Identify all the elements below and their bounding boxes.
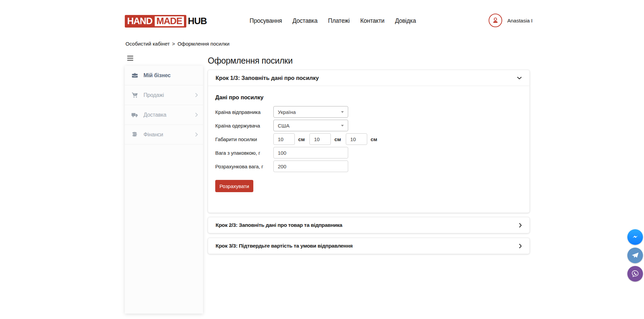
logo-red-box: HAND MADE [125,15,186,28]
dimension-height-input[interactable] [346,133,367,145]
user-avatar-icon [489,14,502,27]
logo-text-hub: HUB [188,17,207,26]
page-title: Оформлення посилки [208,56,293,66]
logo-text-made: MADE [156,16,182,26]
logo[interactable]: HAND MADE HUB [125,15,207,28]
chevron-right-icon [195,132,198,137]
chevron-right-icon [519,244,522,249]
sidebar-item-my-business[interactable]: Мій бізнес [125,66,203,85]
viber-button[interactable] [627,266,643,282]
weight-row: Вага з упаковкою, г [215,147,522,158]
sidebar-item-label: Мій бізнес [143,72,171,79]
user-name: Anastasia I [507,18,532,23]
unit-label: см [334,136,341,142]
dimension-length-input[interactable] [273,133,295,145]
sidebar-item-delivery[interactable]: Доставка [125,105,203,125]
hamburger-icon[interactable] [127,56,133,61]
recipient-country-row: Країна одержувача США [215,120,522,131]
step1-card: Крок 1/3: Заповніть дані про посилку Дан… [208,70,530,213]
sidebar-item-sales[interactable]: Продажі [125,85,203,105]
messenger-icon [631,233,639,241]
nav-item-help[interactable]: Довідка [395,17,416,24]
nav-item-payments[interactable]: Платежі [328,17,350,24]
user-menu[interactable]: Anastasia I [489,14,532,27]
telegram-icon [631,251,640,260]
recipient-country-label: Країна одержувача [215,123,273,129]
nav-item-promotion[interactable]: Просування [250,17,282,24]
briefcase-icon [131,72,138,79]
chevron-right-icon [519,223,522,228]
logo-text-hand: HAND [127,17,152,26]
step3-accordion-header[interactable]: Крок 3/3: Підтвердьте вартість та умови … [208,238,530,254]
step1-accordion-header[interactable]: Крок 1/3: Заповніть дані про посилку [208,70,529,86]
social-buttons [627,229,643,282]
nav-item-delivery[interactable]: Доставка [292,17,318,24]
cart-icon [131,91,138,99]
calculate-button[interactable]: Розрахувати [215,180,253,192]
sidebar-item-label: Доставка [143,112,166,118]
nav-item-contacts[interactable]: Контакти [360,17,384,24]
chevron-right-icon [195,113,198,117]
breadcrumb: Особистий кабінет > Оформлення посилки [125,41,230,47]
recipient-country-select[interactable]: США [273,120,348,131]
sender-country-value: Україна [278,109,296,115]
select-caret-icon [341,111,344,113]
step1-body: Дані про посилку Країна відправника Укра… [208,86,529,192]
logo-made-box: MADE [155,16,184,26]
step2-accordion-header[interactable]: Крок 2/3: Заповніть дані про товар та ві… [208,217,530,233]
calculated-weight-label: Розрахункова вага, г [215,164,273,169]
unit-label: см [298,136,305,142]
sender-country-select[interactable]: Україна [273,106,348,118]
sender-country-label: Країна відправника [215,109,273,115]
chevron-down-icon [517,77,522,80]
sidebar-item-label: Продажі [143,92,164,98]
page: HAND MADE HUB Просування Доставка Платеж… [0,0,644,319]
main-nav: Просування Доставка Платежі Контакти Дов… [250,17,416,24]
breadcrumb-current: Оформлення посилки [177,41,230,47]
truck-icon [131,111,138,119]
form-section-title: Дані про посилку [215,94,522,101]
dimension-width-input[interactable] [309,133,331,145]
viber-icon [631,269,640,278]
step1-title: Крок 1/3: Заповніть дані про посилку [216,75,319,81]
unit-label: см [371,136,377,142]
weight-input[interactable] [273,147,348,158]
sender-country-row: Країна відправника Україна [215,106,522,118]
weight-label: Вага з упаковкою, г [215,150,273,156]
dimensions-row: Габарити посилки см см см [215,133,522,145]
chevron-right-icon [195,93,198,97]
calculated-weight-input[interactable] [273,161,348,172]
sidebar: Мій бізнес Продажі [125,66,203,314]
sidebar-item-label: Фінанси [143,132,163,138]
step3-title: Крок 3/3: Підтвердьте вартість та умови … [216,243,353,249]
step2-title: Крок 2/3: Заповніть дані про товар та ві… [216,222,342,228]
messenger-button[interactable] [627,229,643,245]
coins-icon [131,131,138,138]
sidebar-item-finance[interactable]: Фінанси [125,125,203,145]
recipient-country-value: США [278,123,290,129]
breadcrumb-separator: > [172,41,175,47]
calculated-weight-row: Розрахункова вага, г [215,161,522,172]
select-caret-icon [341,125,344,127]
telegram-button[interactable] [627,248,643,263]
dimensions-label: Габарити посилки [215,136,273,142]
breadcrumb-link-cabinet[interactable]: Особистий кабінет [125,41,170,47]
